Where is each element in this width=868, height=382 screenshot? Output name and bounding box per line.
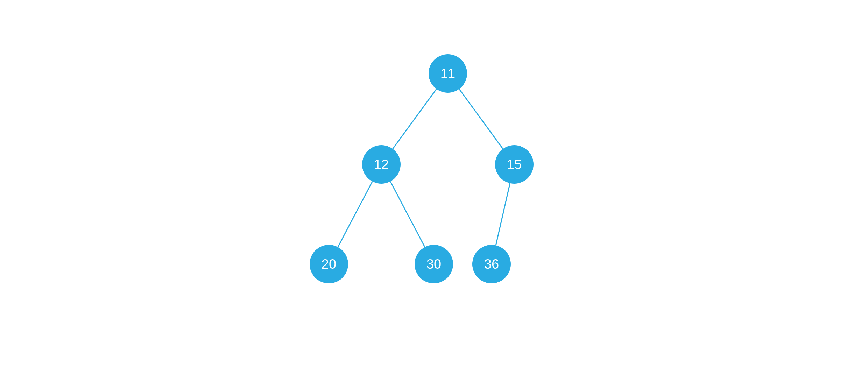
tree-edge: [390, 182, 425, 247]
tree-diagram: 111215203036: [0, 0, 868, 382]
tree-edge: [459, 89, 503, 149]
tree-node-n30: 30: [415, 245, 453, 283]
tree-edge: [496, 183, 510, 246]
tree-node-n15: 15: [495, 145, 534, 184]
tree-node-n36: 36: [472, 245, 511, 283]
tree-node-n12: 12: [362, 145, 401, 184]
tree-edge: [393, 89, 436, 149]
tree-node-root: 11: [429, 54, 467, 93]
tree-edge: [338, 182, 373, 247]
tree-node-n20: 20: [310, 245, 348, 283]
tree-edges: [0, 0, 868, 382]
